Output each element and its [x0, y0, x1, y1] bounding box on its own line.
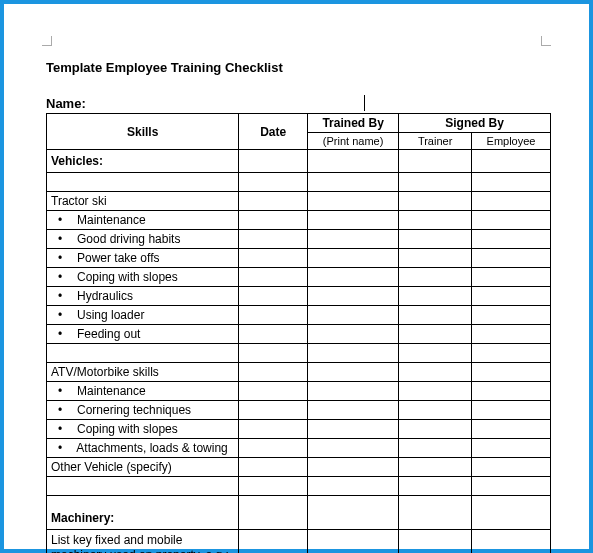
trainer-cell	[399, 230, 472, 249]
table-row	[47, 173, 551, 192]
skills-cell: • Power take offs	[47, 249, 239, 268]
trained-by-cell	[308, 477, 399, 496]
date-cell	[239, 249, 308, 268]
trained-by-cell	[308, 325, 399, 344]
header-date: Date	[239, 114, 308, 150]
bullet-icon: •	[53, 232, 67, 246]
date-cell	[239, 150, 308, 173]
trainer-cell	[399, 211, 472, 230]
document-frame: Template Employee Training Checklist Nam…	[0, 0, 593, 553]
table-body: Vehicles: Tractor ski• Maintenance• Good…	[47, 150, 551, 554]
trainer-cell	[399, 382, 472, 401]
header-skills: Skills	[47, 114, 239, 150]
trainer-cell	[399, 249, 472, 268]
skills-cell: • Coping with slopes	[47, 268, 239, 287]
employee-cell	[472, 211, 551, 230]
header-employee: Employee	[472, 133, 551, 150]
date-cell	[239, 496, 308, 530]
header-trainer: Trainer	[399, 133, 472, 150]
bullet-icon: •	[53, 270, 67, 284]
bullet-icon: •	[53, 308, 67, 322]
trained-by-cell	[308, 230, 399, 249]
trainer-cell	[399, 325, 472, 344]
date-cell	[239, 287, 308, 306]
date-cell	[239, 230, 308, 249]
date-cell	[239, 268, 308, 287]
trainer-cell	[399, 192, 472, 211]
date-cell	[239, 382, 308, 401]
skills-cell	[47, 173, 239, 192]
trainer-cell	[399, 363, 472, 382]
bullet-text: Attachments, loads & towing	[67, 441, 228, 455]
name-field-row: Name:	[46, 95, 551, 111]
date-cell	[239, 363, 308, 382]
trained-by-cell	[308, 401, 399, 420]
employee-cell	[472, 173, 551, 192]
header-print-name: (Print name)	[308, 133, 399, 150]
trained-by-cell	[308, 439, 399, 458]
trainer-cell	[399, 439, 472, 458]
date-cell	[239, 192, 308, 211]
table-row: • Good driving habits	[47, 230, 551, 249]
skills-cell: • Cornering techniques	[47, 401, 239, 420]
table-row: Tractor ski	[47, 192, 551, 211]
bullet-text: Good driving habits	[67, 232, 180, 246]
skills-cell: • Feeding out	[47, 325, 239, 344]
skills-cell: • Hydraulics	[47, 287, 239, 306]
bullet-text: Power take offs	[67, 251, 160, 265]
date-cell	[239, 401, 308, 420]
trainer-cell	[399, 530, 472, 554]
bullet-icon: •	[53, 422, 67, 436]
employee-cell	[472, 268, 551, 287]
skills-cell: • Using loader	[47, 306, 239, 325]
trainer-cell	[399, 496, 472, 530]
employee-cell	[472, 230, 551, 249]
table-header-row-1: Skills Date Trained By Signed By	[47, 114, 551, 133]
trained-by-cell	[308, 287, 399, 306]
trainer-cell	[399, 287, 472, 306]
training-checklist-table: Skills Date Trained By Signed By (Print …	[46, 113, 551, 553]
employee-cell	[472, 420, 551, 439]
trainer-cell	[399, 173, 472, 192]
skills-cell: ATV/Motorbike skills	[47, 363, 239, 382]
employee-cell	[472, 306, 551, 325]
table-row: • Using loader	[47, 306, 551, 325]
skills-cell: • Maintenance	[47, 211, 239, 230]
employee-cell	[472, 477, 551, 496]
trained-by-cell	[308, 306, 399, 325]
trained-by-cell	[308, 192, 399, 211]
bullet-text: Hydraulics	[67, 289, 133, 303]
bullet-icon: •	[53, 441, 67, 455]
skills-cell: Other Vehicle (specify)	[47, 458, 239, 477]
bullet-text: Cornering techniques	[67, 403, 191, 417]
table-row: Machinery:	[47, 496, 551, 530]
skills-cell: • Attachments, loads & towing	[47, 439, 239, 458]
table-row: • Feeding out	[47, 325, 551, 344]
bullet-text: Maintenance	[67, 384, 146, 398]
table-row: • Coping with slopes	[47, 268, 551, 287]
employee-cell	[472, 382, 551, 401]
trained-by-cell	[308, 382, 399, 401]
trained-by-cell	[308, 150, 399, 173]
crop-mark-top-left	[42, 36, 52, 46]
name-label: Name:	[46, 96, 86, 111]
bullet-icon: •	[53, 384, 67, 398]
skills-cell: Machinery:	[47, 496, 239, 530]
trained-by-cell	[308, 173, 399, 192]
bullet-text: Coping with slopes	[67, 270, 178, 284]
trainer-cell	[399, 268, 472, 287]
trained-by-cell	[308, 249, 399, 268]
date-cell	[239, 325, 308, 344]
trainer-cell	[399, 477, 472, 496]
skills-cell: • Good driving habits	[47, 230, 239, 249]
date-cell	[239, 477, 308, 496]
employee-cell	[472, 458, 551, 477]
table-row: • Maintenance	[47, 382, 551, 401]
date-cell	[239, 458, 308, 477]
bullet-icon: •	[53, 251, 67, 265]
table-row: Other Vehicle (specify)	[47, 458, 551, 477]
trained-by-cell	[308, 458, 399, 477]
date-cell	[239, 306, 308, 325]
skills-cell	[47, 344, 239, 363]
date-cell	[239, 211, 308, 230]
